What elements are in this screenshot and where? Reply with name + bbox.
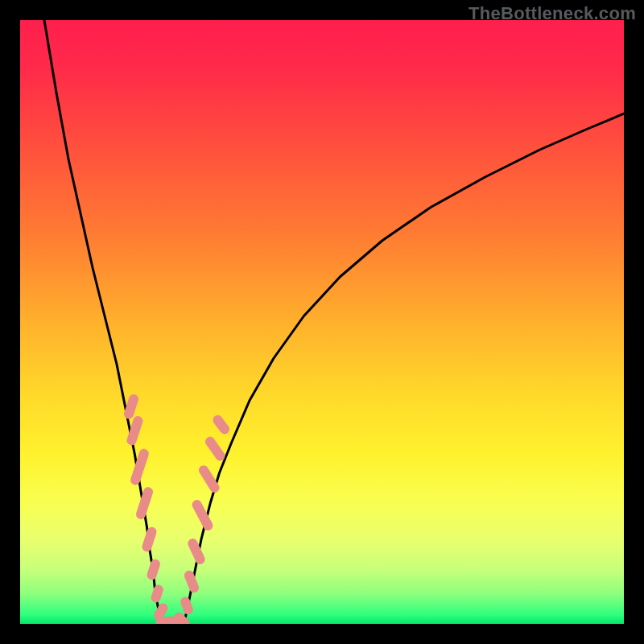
watermark-text: TheBottleneck.com: [469, 3, 636, 24]
gradient-background: [20, 20, 624, 624]
plot-area: [20, 20, 624, 624]
chart-svg: [20, 20, 624, 624]
chart-frame: TheBottleneck.com: [0, 0, 644, 644]
